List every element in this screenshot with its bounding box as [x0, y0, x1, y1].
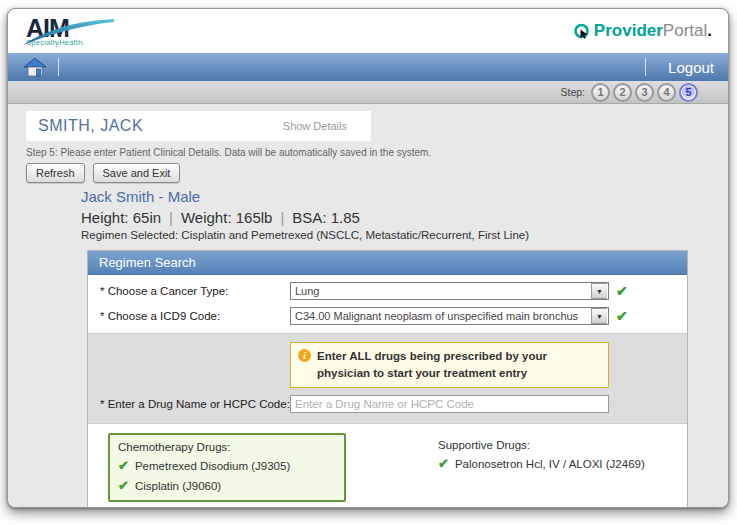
logout-button[interactable]: Logout	[668, 59, 714, 76]
nav-bar: Logout	[8, 53, 728, 81]
check-icon: ✔	[616, 283, 628, 299]
drugs-notice-text: Enter ALL drugs being prescribed by your…	[317, 348, 600, 381]
nav-divider	[58, 58, 59, 76]
provider-portal-portal-text: Portal	[663, 21, 707, 41]
step-strip: Step: 1 2 3 4 5	[8, 81, 728, 104]
chemotherapy-drugs-box: Chemotherapy Drugs: ✔ Pemetrexed Disodiu…	[108, 433, 346, 502]
provider-portal-provider-text: Provider	[594, 21, 663, 41]
drug-input-row: * Enter a Drug Name or HCPC Code:	[88, 395, 687, 413]
patient-weight: Weight: 165lb	[181, 209, 272, 226]
drug-item-label: Cisplatin (J9060)	[135, 480, 221, 492]
step-circle-3[interactable]: 3	[635, 83, 654, 102]
content-area: SMITH, JACK Show Details Step 5: Please …	[8, 104, 728, 508]
step-circle-4[interactable]: 4	[657, 83, 676, 102]
save-and-exit-button[interactable]: Save and Exit	[93, 163, 181, 183]
drug-item: ✔ Cisplatin (J9060)	[118, 478, 336, 493]
step-circle-2[interactable]: 2	[613, 83, 632, 102]
drugs-notice-box: i Enter ALL drugs being prescribed by yo…	[290, 342, 609, 388]
patient-metrics: Height: 65in|Weight: 165lb|BSA: 1.85	[81, 209, 711, 226]
regimen-search-header: Regimen Search	[88, 251, 687, 275]
icd9-value: C34.00 Malignant neoplasm of unspecified…	[291, 310, 578, 322]
check-icon: ✔	[118, 458, 129, 473]
cancer-type-label: * Choose a Cancer Type:	[100, 285, 290, 297]
check-icon: ✔	[616, 308, 628, 324]
drug-input-label: * Enter a Drug Name or HCPC Code:	[100, 398, 290, 410]
drug-name-input[interactable]	[290, 395, 609, 413]
provider-portal-dot: .	[707, 21, 712, 41]
info-icon: i	[298, 349, 311, 362]
app-window: AIM SpecialtyHealth. ProviderPortal. Lo	[7, 8, 729, 508]
step-indicator: 1 2 3 4 5	[591, 83, 698, 102]
regimen-selected-text: Regimen Selected: Cisplatin and Pemetrex…	[81, 229, 711, 241]
step-circle-5-active[interactable]: 5	[679, 83, 698, 102]
cancer-type-select[interactable]: Lung ▼	[290, 282, 609, 300]
notice-row: i Enter ALL drugs being prescribed by yo…	[88, 342, 687, 388]
regimen-search-panel: Regimen Search * Choose a Cancer Type: L…	[87, 250, 688, 508]
patient-bsa: BSA: 1.85	[292, 209, 360, 226]
icd9-label: * Choose a ICD9 Code:	[100, 310, 290, 322]
logo-bar: AIM SpecialtyHealth. ProviderPortal.	[8, 9, 728, 53]
home-button[interactable]	[22, 56, 48, 78]
regimen-warning-row: ! The regimen search logic will be based…	[88, 502, 687, 508]
cancer-type-value: Lung	[291, 285, 319, 297]
provider-portal-cursor-icon	[573, 22, 591, 40]
show-details-link[interactable]: Show Details	[283, 120, 347, 132]
patient-info: Jack Smith - Male Height: 65in|Weight: 1…	[81, 188, 711, 241]
supportive-drugs-title: Supportive Drugs:	[438, 439, 645, 451]
aim-logo: AIM SpecialtyHealth.	[26, 16, 116, 47]
patient-name: SMITH, JACK	[38, 117, 143, 135]
check-icon: ✔	[438, 456, 449, 471]
cancer-type-row: * Choose a Cancer Type: Lung ▼ ✔	[88, 282, 687, 300]
drug-item: ✔ Palonosetron Hcl, IV / ALOXI (J2469)	[438, 456, 645, 471]
drug-item-label: Palonosetron Hcl, IV / ALOXI (J2469)	[455, 458, 645, 470]
chevron-down-icon[interactable]: ▼	[591, 308, 607, 324]
chemotherapy-drugs-title: Chemotherapy Drugs:	[118, 441, 336, 453]
patient-height: Height: 65in	[81, 209, 161, 226]
home-icon	[24, 58, 46, 77]
chevron-down-icon[interactable]: ▼	[591, 283, 607, 299]
step-label: Step:	[560, 86, 585, 98]
provider-portal-logo: ProviderPortal.	[573, 21, 712, 41]
step-circle-1[interactable]: 1	[591, 83, 610, 102]
drug-item-label: Pemetrexed Disodium (J9305)	[135, 460, 290, 472]
drug-item: ✔ Pemetrexed Disodium (J9305)	[118, 458, 336, 473]
patient-header-bar: SMITH, JACK Show Details	[26, 111, 371, 141]
aim-logo-text: AIM	[26, 16, 116, 41]
icd9-select[interactable]: C34.00 Malignant neoplasm of unspecified…	[290, 307, 609, 325]
check-icon: ✔	[118, 478, 129, 493]
icd9-row: * Choose a ICD9 Code: C34.00 Malignant n…	[88, 307, 687, 325]
selected-drugs-row: Chemotherapy Drugs: ✔ Pemetrexed Disodiu…	[88, 424, 687, 502]
toolbar: Refresh Save and Exit	[26, 163, 711, 183]
supportive-drugs-box: Supportive Drugs: ✔ Palonosetron Hcl, IV…	[438, 433, 645, 502]
patient-name-gender: Jack Smith - Male	[81, 188, 711, 205]
step-instruction: Step 5: Please enter Patient Clinical De…	[26, 147, 711, 158]
aim-logo-subtext: SpecialtyHealth.	[26, 39, 116, 47]
nav-divider-right	[645, 58, 646, 76]
drug-entry-section: i Enter ALL drugs being prescribed by yo…	[88, 333, 687, 424]
refresh-button[interactable]: Refresh	[26, 163, 85, 183]
